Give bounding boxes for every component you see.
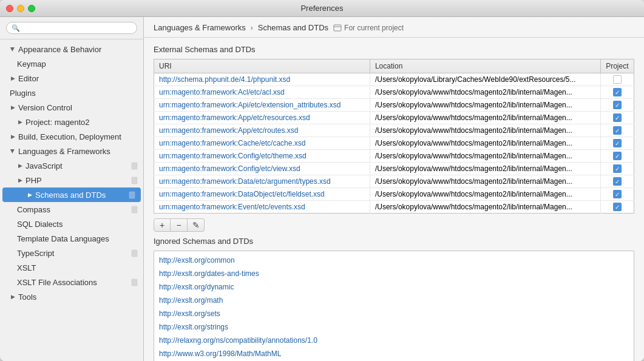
table-header-row: URI Location Project bbox=[154, 59, 634, 73]
search-container[interactable]: 🔍 bbox=[6, 22, 137, 34]
sidebar-nav: ▶ Appearance & Behavior Keymap ▶ Editor … bbox=[0, 39, 143, 361]
cell-project[interactable]: ✓ bbox=[600, 124, 634, 137]
cell-project[interactable]: ✓ bbox=[600, 112, 634, 124]
doc-icon bbox=[130, 162, 138, 170]
svg-rect-3 bbox=[132, 206, 137, 213]
table-row[interactable]: urn:magento:framework:App/etc/resources.… bbox=[154, 112, 634, 124]
sidebar-item-label: Plugins bbox=[10, 89, 138, 98]
list-item: http://exslt.org/sets bbox=[159, 307, 629, 320]
ignored-section: Ignored Schemas and DTDs http://exslt.or… bbox=[154, 237, 634, 361]
maximize-button[interactable] bbox=[28, 5, 35, 12]
cell-location: /Users/okopylova/www/htdocs/magento2/lib… bbox=[370, 175, 600, 188]
sidebar-item-label: Tools bbox=[18, 292, 138, 302]
sidebar-item-keymap[interactable]: Keymap bbox=[0, 56, 143, 71]
cell-uri: urn:magento:framework:App/etc/resources.… bbox=[154, 112, 370, 124]
sidebar-item-label: Keymap bbox=[17, 59, 138, 69]
close-button[interactable] bbox=[6, 5, 13, 12]
cell-location: /Users/okopylova/www/htdocs/magento2/lib… bbox=[370, 201, 600, 214]
svg-rect-4 bbox=[132, 250, 137, 257]
cell-project[interactable]: ✓ bbox=[600, 150, 634, 163]
sidebar-item-label: Project: magento2 bbox=[25, 118, 138, 127]
sidebar-item-schemas-dtds[interactable]: ▶ Schemas and DTDs bbox=[2, 187, 141, 202]
cell-uri: urn:magento:framework:Config/etc/theme.x… bbox=[154, 150, 370, 163]
cell-uri: urn:magento:framework:Config/etc/view.xs… bbox=[154, 163, 370, 175]
cell-project[interactable]: ✓ bbox=[600, 86, 634, 99]
table-row[interactable]: urn:magento:framework:Config/etc/theme.x… bbox=[154, 150, 634, 163]
sidebar-item-label: Appearance & Behavior bbox=[18, 45, 138, 54]
sidebar-item-editor[interactable]: ▶ Editor bbox=[0, 71, 143, 86]
sidebar-item-typescript[interactable]: TypeScript bbox=[0, 246, 143, 260]
project-badge-text: For current project bbox=[344, 24, 404, 32]
sidebar-item-version-control[interactable]: ▶ Version Control bbox=[0, 100, 143, 115]
table-row[interactable]: urn:magento:framework:App/etc/routes.xsd… bbox=[154, 124, 634, 137]
sidebar-item-label: XSLT bbox=[17, 263, 138, 272]
sidebar-item-template-data-languages[interactable]: Template Data Languages bbox=[0, 231, 143, 246]
remove-button[interactable]: − bbox=[171, 218, 188, 232]
table-row[interactable]: urn:magento:framework:Config/etc/view.xs… bbox=[154, 163, 634, 175]
cell-project[interactable]: ✓ bbox=[600, 99, 634, 112]
sidebar-item-tools[interactable]: ▶ Tools bbox=[0, 289, 143, 304]
cell-uri: urn:magento:framework:DataObject/etc/fie… bbox=[154, 188, 370, 201]
list-item: http://exslt.org/common bbox=[159, 254, 629, 267]
list-item: http://exslt.org/dates-and-times bbox=[159, 267, 629, 280]
cell-project[interactable] bbox=[600, 73, 634, 86]
edit-button[interactable]: ✎ bbox=[188, 218, 205, 232]
search-box: 🔍 bbox=[0, 17, 143, 39]
search-input[interactable] bbox=[23, 24, 132, 32]
cell-project[interactable]: ✓ bbox=[600, 201, 634, 214]
sidebar-item-php[interactable]: ▶ PHP bbox=[0, 173, 143, 187]
cell-uri: urn:magento:framework:Data/etc/argument/… bbox=[154, 175, 370, 188]
sidebar-item-xslt[interactable]: XSLT bbox=[0, 260, 143, 275]
external-section-title: External Schemas and DTDs bbox=[154, 45, 634, 54]
sidebar-item-appearance-behavior[interactable]: ▶ Appearance & Behavior bbox=[0, 42, 143, 56]
table-row[interactable]: urn:magento:framework:DataObject/etc/fie… bbox=[154, 188, 634, 201]
cell-location: /Users/okopylova/www/htdocs/magento2/lib… bbox=[370, 86, 600, 99]
doc-icon bbox=[128, 191, 136, 199]
cell-project[interactable]: ✓ bbox=[600, 175, 634, 188]
window-controls bbox=[6, 5, 35, 12]
sidebar-item-compass[interactable]: Compass bbox=[0, 202, 143, 217]
svg-rect-6 bbox=[334, 25, 341, 31]
cell-project[interactable]: ✓ bbox=[600, 137, 634, 150]
doc-icon bbox=[130, 278, 138, 286]
expand-arrow-icon: ▶ bbox=[10, 46, 16, 52]
cell-project[interactable]: ✓ bbox=[600, 188, 634, 201]
svg-rect-2 bbox=[129, 192, 135, 198]
content-header: Languages & Frameworks › Schemas and DTD… bbox=[144, 17, 644, 38]
expand-arrow-icon: ▶ bbox=[17, 177, 23, 183]
minimize-button[interactable] bbox=[17, 5, 24, 12]
cell-uri: urn:magento:framework:Acl/etc/acl.xsd bbox=[154, 86, 370, 99]
cell-uri: urn:magento:framework:App/etc/routes.xsd bbox=[154, 124, 370, 137]
sidebar-item-build-exec-deploy[interactable]: ▶ Build, Execution, Deployment bbox=[0, 129, 143, 144]
list-item: http://exslt.org/dynamic bbox=[159, 280, 629, 294]
sidebar-item-label: Template Data Languages bbox=[17, 234, 138, 243]
cell-project[interactable]: ✓ bbox=[600, 163, 634, 175]
table-row[interactable]: urn:magento:framework:Data/etc/argument/… bbox=[154, 175, 634, 188]
sidebar-item-label: Editor bbox=[18, 74, 138, 83]
sidebar-item-plugins[interactable]: Plugins bbox=[0, 86, 143, 100]
sidebar-item-label: Schemas and DTDs bbox=[35, 191, 126, 200]
project-icon bbox=[333, 24, 342, 32]
cell-uri: http://schema.phpunit.de/4.1/phpunit.xsd bbox=[154, 73, 370, 86]
table-row[interactable]: http://schema.phpunit.de/4.1/phpunit.xsd… bbox=[154, 73, 634, 86]
sidebar-item-javascript[interactable]: ▶ JavaScript bbox=[0, 158, 143, 173]
expand-arrow-icon: ▶ bbox=[10, 133, 16, 140]
breadcrumb-part1: Languages & Frameworks bbox=[154, 23, 246, 32]
add-button[interactable]: + bbox=[154, 218, 171, 232]
sidebar-item-sql-dialects[interactable]: SQL Dialects bbox=[0, 217, 143, 231]
svg-rect-1 bbox=[132, 177, 137, 184]
table-row[interactable]: urn:magento:framework:Event/etc/events.x… bbox=[154, 201, 634, 214]
external-schemas-table: URI Location Project http://schema.phpun… bbox=[154, 59, 634, 214]
table-row[interactable]: urn:magento:framework:Api/etc/extension_… bbox=[154, 99, 634, 112]
table-row[interactable]: urn:magento:framework:Acl/etc/acl.xsd/Us… bbox=[154, 86, 634, 99]
sidebar-item-label: Version Control bbox=[18, 103, 138, 112]
header-location: Location bbox=[370, 59, 600, 73]
cell-location: /Users/okopylova/www/htdocs/magento2/lib… bbox=[370, 99, 600, 112]
sidebar-item-project-magento2[interactable]: ▶ Project: magento2 bbox=[0, 115, 143, 129]
cell-uri: urn:magento:framework:Api/etc/extension_… bbox=[154, 99, 370, 112]
sidebar-item-languages-frameworks[interactable]: ▶ Languages & Frameworks bbox=[0, 144, 143, 158]
expand-arrow-icon: ▶ bbox=[17, 119, 23, 125]
svg-rect-0 bbox=[132, 163, 137, 169]
table-row[interactable]: urn:magento:framework:Cache/etc/cache.xs… bbox=[154, 137, 634, 150]
sidebar-item-xslt-file-associations[interactable]: XSLT File Associations bbox=[0, 275, 143, 289]
